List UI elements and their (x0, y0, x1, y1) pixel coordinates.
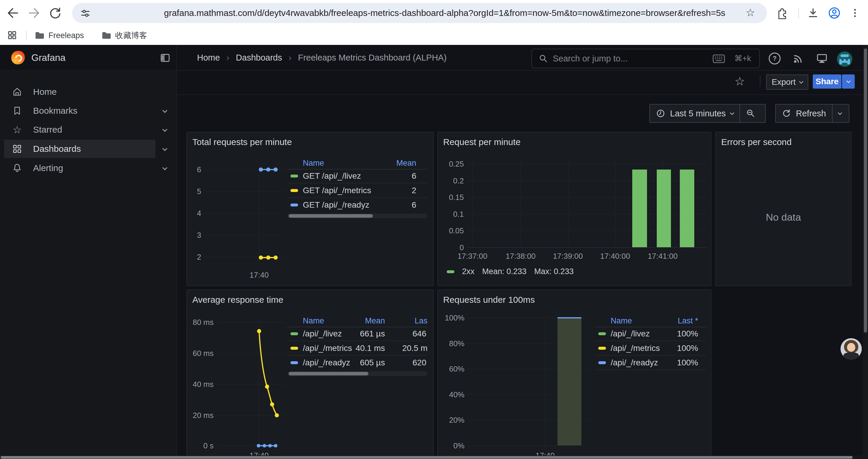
scrollbar-thumb[interactable] (289, 214, 373, 218)
series-swatch (290, 332, 298, 335)
bookmark-item-blogs[interactable]: 收藏博客 (97, 28, 151, 42)
panel-request-per-minute[interactable]: Request per minute 0.25 0.2 0.15 0.1 0.0… (437, 132, 711, 286)
panel-errors-per-second[interactable]: Errors per second No data (715, 132, 851, 286)
share-button[interactable]: Share (813, 74, 841, 89)
legend-header-name[interactable]: Name (303, 159, 324, 168)
chart-legend[interactable]: 2xx Mean: 0.233 Max: 0.233 (447, 267, 574, 276)
horizontal-scrollbar[interactable] (0, 455, 868, 459)
avatar-shirt (843, 352, 859, 359)
legend-row[interactable]: GET /api/_/livez 6 (287, 169, 428, 184)
browser-toolbar: grafana.mathmast.com/d/deytv4rwavabkb/fr… (0, 0, 868, 26)
grafana-app: Grafana Home › Dashboards › Freeleaps Me… (0, 45, 868, 459)
legend-scrollbar[interactable] (287, 214, 428, 218)
sidebar-item-label: Bookmarks (33, 106, 78, 116)
breadcrumb-home[interactable]: Home (197, 53, 220, 63)
panel-total-requests[interactable]: Total requests per minute 6 5 4 3 2 17:4… (186, 132, 434, 286)
panel-title: Requests under 100ms (443, 295, 535, 305)
zoom-out-button[interactable] (740, 104, 761, 122)
refresh-icon (782, 109, 791, 118)
legend-header-name[interactable]: Name (303, 316, 324, 326)
sidebar-toggle-icon[interactable] (159, 52, 171, 64)
chevron-down-icon[interactable] (163, 165, 167, 171)
refresh-button[interactable]: Refresh (776, 104, 832, 122)
bar-2xx[interactable] (657, 169, 671, 247)
sidebar-item-alerting[interactable]: Alerting (4, 159, 155, 177)
vertical-scrollbar-thumb[interactable] (864, 48, 867, 333)
series-swatch (290, 203, 298, 206)
legend-scrollbar[interactable] (287, 371, 428, 376)
bookmark-star-icon[interactable] (746, 6, 755, 19)
legend-row[interactable]: /api/_/livez 661 µs 646 (287, 327, 428, 341)
apps-grid-icon[interactable] (5, 28, 20, 42)
y-tick: 40% (440, 390, 464, 399)
time-range-picker[interactable]: Last 5 minutes (650, 104, 740, 122)
vertical-scrollbar[interactable] (863, 45, 868, 459)
bar-2xx[interactable] (632, 169, 647, 247)
floating-profile-avatar[interactable] (840, 338, 862, 359)
actions-divider (760, 76, 761, 87)
panel-title: Errors per second (721, 137, 792, 147)
sidebar-item-dashboards[interactable]: Dashboards (4, 140, 155, 158)
legend-row[interactable]: GET /api/_/readyz 6 (287, 198, 428, 212)
legend-header-last[interactable]: Last * (678, 316, 698, 326)
horizontal-scrollbar-thumb[interactable] (1, 456, 852, 459)
scrollbar-thumb[interactable] (289, 372, 368, 375)
legend-header-mean[interactable]: Mean (396, 159, 416, 168)
legend-row[interactable]: /api/_/readyz 605 µs 620 (287, 356, 428, 369)
legend-row[interactable]: /api/_/livez 100% (595, 327, 707, 341)
profile-icon[interactable] (826, 5, 843, 21)
sidebar-item-starred[interactable]: Starred (4, 121, 155, 139)
news-rss-icon[interactable] (793, 53, 804, 64)
series-swatch (447, 270, 454, 273)
user-avatar[interactable] (837, 52, 852, 67)
export-label: Export (772, 77, 796, 87)
bookmark-label: 收藏博客 (115, 30, 147, 41)
legend-header-last[interactable]: Las (414, 316, 428, 326)
share-menu-button[interactable] (842, 74, 855, 89)
avatar-face (847, 343, 855, 352)
legend-header: Name Mean (287, 157, 428, 169)
bar-2xx[interactable] (680, 169, 694, 247)
panel-requests-under-100ms[interactable]: Requests under 100ms 100% 80% 60% 40% 20… (437, 290, 711, 459)
site-settings-icon[interactable] (80, 8, 91, 19)
kiosk-monitor-icon[interactable] (816, 53, 828, 64)
chevron-down-icon[interactable] (163, 146, 167, 152)
browser-menu-icon[interactable] (847, 5, 863, 21)
avatar-robot-face (839, 59, 850, 64)
legend-row[interactable]: /api/_/readyz 100% (595, 356, 707, 370)
browser-back-icon[interactable] (4, 5, 21, 21)
gridline-vertical (615, 160, 616, 247)
chevron-down-icon[interactable] (163, 127, 167, 132)
sidebar-item-home[interactable]: Home (4, 83, 155, 101)
legend-header-name[interactable]: Name (611, 316, 632, 326)
area-fill-100pct[interactable] (557, 319, 582, 446)
export-button[interactable]: Export (766, 74, 808, 90)
gridline-vertical (472, 160, 473, 247)
extensions-icon[interactable] (773, 5, 790, 21)
keyboard-icon (713, 54, 725, 63)
time-range-controls: Last 5 minutes (649, 104, 766, 123)
time-range-label: Last 5 minutes (670, 109, 726, 119)
legend-series-label: 2xx (462, 267, 474, 276)
url-text[interactable]: grafana.mathmast.com/d/deytv4rwavabkb/fr… (164, 3, 725, 23)
sidebar-item-bookmarks[interactable]: Bookmarks (4, 102, 155, 120)
search-input[interactable]: Search or jump to... ⌘+k (531, 49, 760, 68)
refresh-interval-button[interactable] (832, 104, 847, 122)
favorite-dashboard-star-icon[interactable] (735, 74, 745, 88)
browser-reload-icon[interactable] (47, 5, 64, 21)
browser-forward-icon[interactable] (26, 5, 42, 21)
legend-row[interactable]: /api/_/metrics 40.1 ms 20.5 m (287, 341, 428, 356)
breadcrumb-dashboards[interactable]: Dashboards (236, 53, 282, 63)
legend-row[interactable]: /api/_/metrics 100% (595, 341, 707, 356)
legend-row[interactable]: GET /api/_/metrics 2 (287, 184, 428, 198)
chevron-down-icon[interactable] (163, 108, 167, 113)
downloads-icon[interactable] (805, 5, 821, 21)
brand-name: Grafana (31, 52, 66, 63)
legend-header-mean[interactable]: Mean (365, 316, 385, 326)
y-tick: 0.25 (440, 159, 464, 169)
panel-avg-response-time[interactable]: Average response time 80 ms 60 ms 40 ms … (186, 290, 434, 459)
bookmark-item-freeleaps[interactable]: Freeleaps (31, 28, 88, 42)
search-shortcut: ⌘+k (735, 54, 751, 63)
url-bar[interactable]: grafana.mathmast.com/d/deytv4rwavabkb/fr… (72, 3, 767, 23)
help-icon[interactable] (769, 53, 780, 64)
